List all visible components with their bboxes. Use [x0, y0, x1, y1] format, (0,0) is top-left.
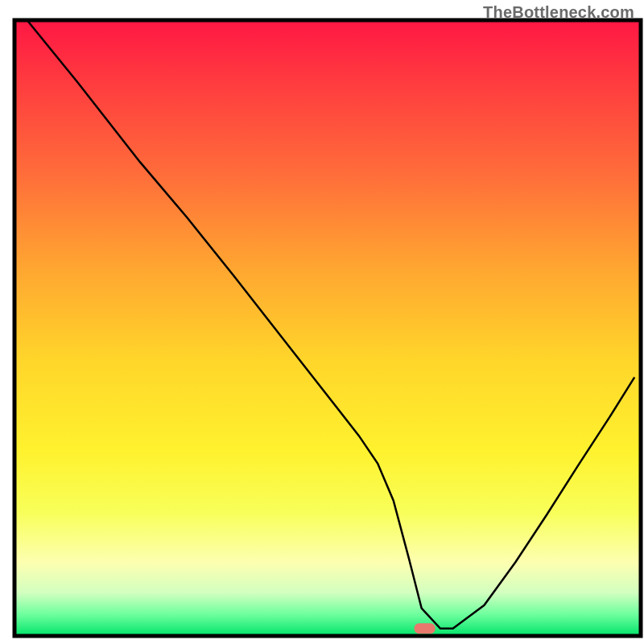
watermark-label: TheBottleneck.com — [483, 3, 634, 22]
gradient-background — [14, 20, 641, 636]
optimal-marker — [415, 623, 436, 634]
chart-container: { "watermark": "TheBottleneck.com", "cha… — [0, 0, 644, 644]
bottleneck-chart — [0, 0, 644, 644]
